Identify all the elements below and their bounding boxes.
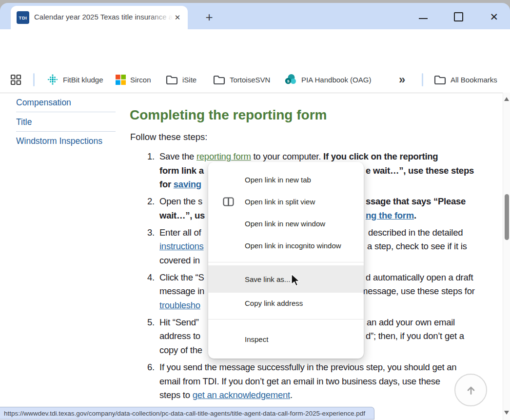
new-tab-button[interactable]: +: [202, 10, 216, 24]
menu-item-label: Open link in new window: [245, 220, 325, 228]
list-item-line: steps to get an acknowledgement.: [159, 390, 496, 404]
text-run: d automatically open a draft: [366, 272, 473, 283]
text-run: described in the detailed: [368, 227, 463, 238]
arrow-up-icon: [465, 384, 477, 397]
menu-separator: [208, 319, 364, 320]
text-segment: a step, check to see if it is: [367, 241, 467, 251]
menu-separator: [208, 262, 364, 262]
list-item-number: 4.: [140, 272, 155, 283]
bookmark-label: iSite: [182, 76, 196, 84]
bookmark-fitbit-kludge[interactable]: FitBit kludge: [47, 66, 103, 93]
tdi-favicon: TDI: [17, 11, 29, 24]
scroll-to-top-button[interactable]: [454, 374, 487, 406]
text-segment: If you send the message successfully in …: [159, 362, 456, 372]
scrollbar-down-icon[interactable]: [504, 411, 509, 415]
bookmark-pia-handbook[interactable]: s PIA Handbook (OAG): [284, 66, 371, 93]
text-segment: e wait…”, use these steps: [366, 165, 474, 176]
list-item-line: email from TDI. If you don’t get an emai…: [159, 376, 496, 390]
text-segment: to your computer.: [251, 151, 323, 161]
folder-icon: [166, 75, 178, 85]
bookmark-folder-tortoisesvn[interactable]: TortoiseSVN: [213, 66, 270, 93]
menu-item-label: Open link in split view: [245, 198, 315, 206]
tab-close-icon[interactable]: ✕: [172, 12, 183, 23]
maximize-button[interactable]: [454, 12, 463, 21]
bookmarks-divider: [422, 73, 423, 86]
browser-toolbar: https://www.tdi.texas.gov/company/data-c…: [0, 29, 510, 66]
menu-item-copy-link-address[interactable]: Copy link address: [208, 293, 364, 313]
apps-grid-icon[interactable]: [10, 74, 21, 85]
text-segment: .: [414, 210, 416, 220]
bookmark-label: Sircon: [130, 76, 151, 84]
bookmarks-divider: [33, 73, 35, 86]
minimize-button[interactable]: [419, 18, 428, 19]
list-item-number: 2.: [140, 196, 155, 207]
menu-item-inspect[interactable]: Inspect: [208, 325, 364, 353]
bookmark-sircon[interactable]: Sircon: [116, 66, 151, 93]
folder-icon: [213, 75, 225, 85]
page-link[interactable]: saving: [174, 179, 201, 189]
list-item-number: 5.: [140, 317, 155, 328]
text-segment: for: [159, 179, 174, 189]
text-segment: .: [290, 390, 293, 400]
menu-item-label: Open link in incognito window: [245, 241, 341, 250]
page-scrollbar[interactable]: [503, 93, 510, 420]
page-link[interactable]: get an acknowledgement: [193, 390, 290, 400]
list-item-line: If you send the message successfully in …: [159, 362, 496, 376]
page-link[interactable]: reporting form: [196, 151, 251, 161]
text-segment: Save the: [159, 151, 196, 161]
text-segment: Hit “Send”: [159, 317, 201, 327]
text-segment: email from TDI. If you don’t get an emai…: [159, 376, 440, 386]
browser-window: TDI Calendar year 2025 Texas title insur…: [0, 0, 510, 420]
mouse-cursor: [291, 274, 304, 287]
menu-item-open-link-new-window[interactable]: Open link in new window: [208, 213, 364, 235]
sharepoint-icon: s: [284, 73, 297, 86]
menu-item-open-link-split-view[interactable]: Open link in split view: [208, 191, 364, 213]
text-segment: message in: [159, 286, 204, 296]
text-run: e wait…”, use these steps: [366, 165, 474, 176]
page-link[interactable]: instructions: [159, 241, 204, 251]
text-run: d”; then, if you don’t get a: [366, 331, 464, 341]
text-segment: message, use these steps for: [360, 286, 475, 296]
text-segment: wait…”, us: [159, 210, 205, 220]
fitbit-icon: [47, 74, 59, 85]
microsoft-icon: [116, 75, 126, 85]
text-segment: Click the “S: [159, 272, 204, 282]
text-segment: Open the s: [159, 196, 202, 206]
menu-item-label: Inspect: [245, 335, 268, 343]
text-segment: an add your own email: [367, 317, 455, 327]
window-close-button[interactable]: ✕: [490, 12, 498, 22]
context-menu: Open link in new tab Open link in split …: [208, 162, 364, 359]
text-segment: If you click on the reporting: [323, 151, 438, 161]
text-segment: described in the detailed: [368, 227, 463, 238]
menu-item-open-link-new-tab[interactable]: Open link in new tab: [208, 169, 364, 191]
browser-tab[interactable]: TDI Calendar year 2025 Texas title insur…: [11, 6, 188, 29]
bookmarks-bar: FitBit kludge Sircon iSite TortoiseSVN: [0, 66, 510, 93]
text-run: a step, check to see if it is: [367, 241, 467, 252]
text-segment: d”; then, if you don’t get a: [366, 331, 464, 341]
page-link[interactable]: troublesho: [159, 300, 200, 310]
page-link[interactable]: ng the form: [366, 210, 414, 220]
svg-text:s: s: [287, 79, 290, 83]
tab-strip: TDI Calendar year 2025 Texas title insur…: [0, 3, 510, 29]
list-item-number: 6.: [140, 362, 155, 373]
folder-icon: [434, 75, 446, 85]
text-segment: steps to: [159, 390, 193, 400]
bookmarks-overflow-icon[interactable]: »: [399, 66, 405, 93]
bookmark-label: PIA Handbook (OAG): [301, 76, 371, 84]
menu-item-label: Open link in new tab: [245, 176, 311, 184]
scrollbar-up-icon[interactable]: [504, 97, 509, 101]
all-bookmarks-button[interactable]: All Bookmarks: [434, 66, 497, 93]
text-run: an add your own email: [367, 317, 455, 328]
text-run: ssage that says “Please: [366, 196, 466, 207]
text-segment: ssage that says “Please: [366, 196, 466, 206]
text-segment: copy of the: [159, 345, 202, 355]
menu-item-open-link-incognito[interactable]: Open link in incognito window: [208, 235, 364, 257]
status-bar: https://wwwdev.tdi.texas.gov/company/dat…: [0, 407, 374, 420]
scrollbar-thumb[interactable]: [505, 194, 509, 240]
text-run: message, use these steps for: [360, 286, 475, 297]
bookmark-folder-isite[interactable]: iSite: [166, 66, 196, 93]
all-bookmarks-label: All Bookmarks: [451, 76, 497, 84]
menu-item-save-link-as[interactable]: Save link as...: [208, 265, 364, 293]
text-segment: address to: [159, 331, 200, 341]
menu-item-label: Copy link address: [245, 299, 303, 307]
